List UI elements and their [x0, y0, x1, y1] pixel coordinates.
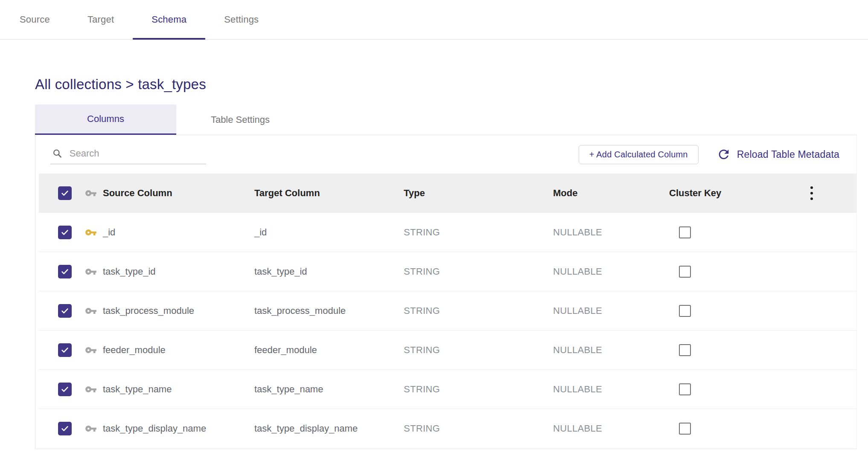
table-row: task_process_module task_process_module …	[39, 291, 856, 331]
reload-label: Reload Table Metadata	[737, 149, 839, 160]
source-column-name: task_process_module	[103, 305, 254, 316]
header-target-column: Target Column	[254, 188, 404, 199]
cluster-key-checkbox[interactable]	[679, 305, 691, 317]
table-row: task_type_display_name task_type_display…	[39, 409, 856, 448]
source-column-name: feeder_module	[103, 345, 254, 356]
row-select-checkbox[interactable]	[58, 383, 72, 396]
key-icon	[85, 423, 97, 435]
column-mode: NULLABLE	[553, 384, 669, 395]
search-input[interactable]	[70, 148, 205, 159]
target-column-name: task_type_display_name	[254, 423, 404, 434]
column-type: STRING	[404, 227, 553, 238]
table-row: task_type_name task_type_name STRING NUL…	[39, 370, 856, 409]
table-header-row: Source Column Target Column Type Mode Cl…	[39, 174, 856, 213]
search-icon	[52, 148, 63, 160]
source-column-name: task_type_name	[103, 384, 254, 395]
tab-columns[interactable]: Columns	[35, 104, 176, 135]
key-icon	[85, 383, 97, 395]
source-column-name: _id	[103, 227, 254, 238]
header-cluster-key: Cluster Key	[669, 188, 803, 199]
column-mode: NULLABLE	[553, 266, 669, 277]
cluster-key-checkbox[interactable]	[679, 423, 691, 435]
key-icon	[85, 344, 97, 356]
column-mode: NULLABLE	[553, 423, 669, 434]
schema-columns-table: Source Column Target Column Type Mode Cl…	[39, 174, 856, 448]
row-select-checkbox[interactable]	[58, 226, 72, 239]
source-column-name: task_type_display_name	[103, 423, 254, 434]
cluster-key-checkbox[interactable]	[679, 344, 691, 356]
table-row: task_type_id task_type_id STRING NULLABL…	[39, 252, 856, 291]
column-type: STRING	[404, 266, 553, 277]
sub-tab-bar: Columns Table Settings	[35, 104, 857, 135]
table-row: _id _id STRING NULLABLE	[39, 213, 856, 252]
tab-target[interactable]: Target	[69, 0, 133, 39]
target-column-name: _id	[254, 227, 404, 238]
main-tab-bar: Source Target Schema Settings	[0, 0, 868, 40]
cluster-key-checkbox[interactable]	[679, 226, 691, 238]
key-icon	[85, 266, 97, 278]
header-type: Type	[404, 188, 553, 199]
table-body: _id _id STRING NULLABLE task_type_id tas…	[39, 213, 856, 448]
row-select-checkbox[interactable]	[58, 422, 72, 435]
key-icon	[85, 305, 97, 317]
column-mode: NULLABLE	[553, 345, 669, 356]
search-field	[50, 145, 206, 164]
select-all-checkbox[interactable]	[58, 186, 72, 200]
tab-source[interactable]: Source	[1, 0, 69, 39]
column-type: STRING	[404, 305, 553, 316]
tab-schema[interactable]: Schema	[133, 0, 205, 39]
row-select-checkbox[interactable]	[58, 265, 72, 278]
header-mode: Mode	[553, 188, 669, 199]
key-icon	[85, 226, 97, 238]
add-calculated-column-button[interactable]: + Add Calculated Column	[579, 145, 699, 164]
tab-table-settings[interactable]: Table Settings	[176, 104, 304, 135]
tab-settings[interactable]: Settings	[205, 0, 277, 39]
columns-panel: + Add Calculated Column Reload Table Met…	[35, 135, 857, 449]
table-toolbar: + Add Calculated Column Reload Table Met…	[35, 135, 856, 174]
target-column-name: task_type_name	[254, 384, 404, 395]
column-mode: NULLABLE	[553, 227, 669, 238]
cluster-key-checkbox[interactable]	[679, 266, 691, 278]
column-type: STRING	[404, 345, 553, 356]
source-column-name: task_type_id	[103, 266, 254, 277]
cluster-key-checkbox[interactable]	[679, 383, 691, 395]
target-column-name: feeder_module	[254, 345, 404, 356]
column-type: STRING	[404, 384, 553, 395]
more-options-icon[interactable]	[806, 183, 817, 203]
column-type: STRING	[404, 423, 553, 434]
breadcrumb[interactable]: All collections > task_types	[35, 76, 868, 93]
table-row: feeder_module feeder_module STRING NULLA…	[39, 331, 856, 370]
header-source-column: Source Column	[103, 188, 254, 199]
reload-table-metadata-button[interactable]: Reload Table Metadata	[717, 147, 839, 162]
row-select-checkbox[interactable]	[58, 304, 72, 318]
column-mode: NULLABLE	[553, 305, 669, 316]
target-column-name: task_process_module	[254, 305, 404, 316]
target-column-name: task_type_id	[254, 266, 404, 277]
row-select-checkbox[interactable]	[58, 343, 72, 357]
refresh-icon	[717, 147, 731, 162]
key-column-icon	[85, 187, 97, 199]
